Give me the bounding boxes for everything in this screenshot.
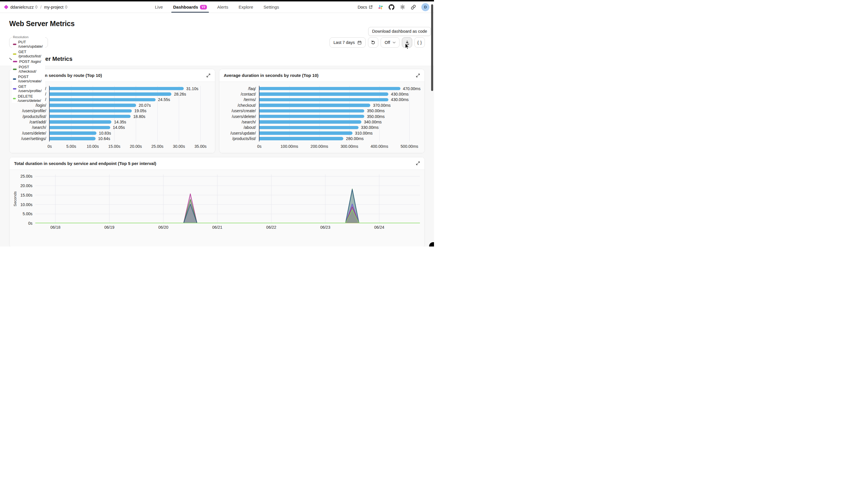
refresh-button[interactable] xyxy=(368,37,378,48)
refresh-icon xyxy=(371,40,376,45)
legend-item[interactable]: POST /checkout/ xyxy=(13,65,44,73)
x-tick-label: 06/22 xyxy=(267,225,276,230)
x-tick-label: 30.00s xyxy=(173,144,185,149)
bar-row: 18.80s xyxy=(50,114,211,119)
bar[interactable] xyxy=(259,126,359,129)
y-tick-label: 0s xyxy=(28,221,33,226)
project-switcher[interactable]: my-project xyxy=(44,5,67,9)
external-link-icon xyxy=(369,5,373,9)
auto-refresh-select[interactable]: Off xyxy=(381,37,400,48)
series-line xyxy=(35,210,420,223)
x-tick-label: 500.00ms xyxy=(401,144,418,149)
slack-icon[interactable] xyxy=(378,5,383,10)
tab-alerts[interactable]: Alerts xyxy=(217,1,228,13)
expand-panel-button[interactable] xyxy=(416,161,420,165)
bar-value-label: 430.00ms xyxy=(391,97,408,102)
breadcrumb-separator: / xyxy=(40,5,41,9)
bar[interactable] xyxy=(50,126,110,129)
legend-item[interactable]: DELETE /users/delete/ xyxy=(13,94,44,103)
avatar[interactable]: D xyxy=(421,3,429,11)
bar[interactable] xyxy=(50,109,132,113)
bar[interactable] xyxy=(50,131,97,135)
legend-swatch xyxy=(13,88,16,89)
bar[interactable] xyxy=(259,137,344,140)
theme-sun-icon[interactable] xyxy=(400,4,405,10)
tab-dashboards[interactable]: Dashboards V2 xyxy=(173,1,207,13)
bar[interactable] xyxy=(259,87,400,90)
x-tick-label: 06/23 xyxy=(320,225,331,230)
download-tooltip: Download dashboard as code xyxy=(368,27,431,36)
bar-category-label: /terms/ xyxy=(222,97,259,103)
legend-swatch xyxy=(13,53,16,55)
scrollbar-thumb[interactable] xyxy=(431,4,433,91)
x-tick-label: 06/19 xyxy=(104,225,114,230)
bar[interactable] xyxy=(50,120,111,124)
expand-panel-button[interactable] xyxy=(206,73,210,78)
x-tick-label: 100.00ms xyxy=(280,144,298,149)
bar-row: 31.10s xyxy=(50,86,211,91)
bar[interactable] xyxy=(259,104,371,107)
bar[interactable] xyxy=(259,131,353,135)
legend-item[interactable]: POST /users/create/ xyxy=(13,74,44,83)
panel-average-duration-by-route: Average duration in seconds by route (To… xyxy=(219,69,425,153)
panel-duration-by-service-endpoint: Total duration in seconds by service and… xyxy=(9,157,425,246)
tab-live[interactable]: Live xyxy=(155,1,163,13)
bar[interactable] xyxy=(259,92,389,96)
brand-logo-diamond xyxy=(4,5,8,9)
github-icon[interactable] xyxy=(389,4,395,10)
org-switcher[interactable]: ddanielcruzz xyxy=(10,5,38,9)
bar[interactable] xyxy=(50,92,171,96)
series-line xyxy=(35,207,420,223)
bar[interactable] xyxy=(50,98,155,102)
x-tick-label: 15.00s xyxy=(108,144,120,149)
expand-panel-button[interactable] xyxy=(416,73,420,78)
legend-item[interactable]: PUT /users/update/ xyxy=(13,40,44,48)
bar-category-label: /user/settings/ xyxy=(12,136,49,142)
legend-label: POST /checkout/ xyxy=(19,65,44,73)
expand-icon xyxy=(416,161,420,165)
bar[interactable] xyxy=(50,87,184,90)
bar-category-label: /products/list/ xyxy=(222,136,259,142)
legend-label: GET /users/profile/ xyxy=(18,84,44,93)
bar-row: 350.00ms xyxy=(259,108,421,114)
org-name: ddanielcruzz xyxy=(10,5,34,9)
legend-item[interactable]: GET /products/list/ xyxy=(13,50,44,58)
tab-explore[interactable]: Explore xyxy=(238,1,253,13)
section-header[interactable]: Web Server Metrics xyxy=(0,52,434,66)
legend-item[interactable]: POST /login/ xyxy=(13,59,41,64)
share-link-icon[interactable] xyxy=(411,5,416,10)
legend-item[interactable]: GET /users/profile/ xyxy=(13,84,44,93)
bar[interactable] xyxy=(259,109,364,113)
bar[interactable] xyxy=(50,137,96,140)
area-plot[interactable] xyxy=(35,174,420,223)
x-axis-ticks: 06/1806/1906/2006/2106/2206/2306/24 xyxy=(35,223,420,231)
navbar-right: Docs xyxy=(358,3,429,11)
bar[interactable] xyxy=(259,115,364,118)
legend-swatch xyxy=(13,69,17,70)
bar-chart-average-duration: /faq//contact//terms//checkout//users/cr… xyxy=(222,86,421,150)
tab-settings[interactable]: Settings xyxy=(263,1,279,13)
bar-row: 20.07s xyxy=(50,103,211,108)
expand-icon xyxy=(206,73,210,78)
edit-as-code-button[interactable]: { } xyxy=(415,37,425,48)
bar-row: 14.05s xyxy=(50,125,211,130)
download-dashboard-button[interactable] xyxy=(402,37,412,48)
docs-link[interactable]: Docs xyxy=(358,5,373,9)
bar-row: 14.35s xyxy=(50,119,211,125)
bar[interactable] xyxy=(50,104,136,107)
time-range-button[interactable]: Last 7 days xyxy=(330,37,366,48)
bar-category-label: /about/ xyxy=(222,125,259,130)
org-select-chevrons-icon xyxy=(35,5,38,8)
main-nav-tabs: Live Dashboards V2 Alerts Explore Settin… xyxy=(155,1,279,13)
bar[interactable] xyxy=(50,115,131,118)
download-icon xyxy=(405,40,409,45)
x-tick-label: 06/24 xyxy=(374,225,384,230)
bar-value-label: 370.00ms xyxy=(373,103,390,108)
x-tick-label: 200.00ms xyxy=(311,144,328,149)
bar[interactable] xyxy=(259,98,389,102)
resolution-select[interactable]: ResolutionPUT /users/update/GET /product… xyxy=(9,37,35,48)
legend-swatch xyxy=(13,44,16,45)
bar-row: 430.00ms xyxy=(259,97,421,103)
bar[interactable] xyxy=(259,120,362,124)
breadcrumb: ddanielcruzz / my-project xyxy=(5,5,67,9)
